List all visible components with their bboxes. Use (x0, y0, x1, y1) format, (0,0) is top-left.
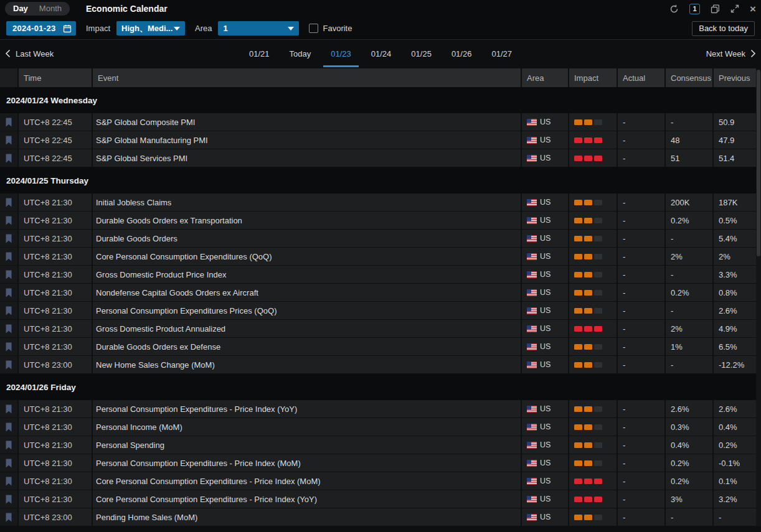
bookmark-icon[interactable] (5, 198, 12, 207)
scrollbar-thumb[interactable] (757, 70, 760, 256)
bookmark-icon[interactable] (5, 154, 12, 163)
bookmark-icon[interactable] (5, 342, 12, 352)
us-flag-icon (527, 217, 537, 224)
bookmark-cell[interactable] (0, 302, 17, 319)
date-picker-input[interactable]: 2024-01-23 (6, 21, 76, 35)
bookmark-icon[interactable] (5, 270, 12, 279)
bookmark-icon[interactable] (5, 477, 12, 486)
event-name[interactable]: Personal Spending (93, 436, 521, 454)
view-mode-switch: DayMonth (5, 2, 70, 16)
bookmark-icon[interactable] (5, 404, 12, 414)
bookmark-cell[interactable] (0, 194, 17, 211)
bookmark-icon[interactable] (5, 324, 12, 334)
title-bar: DayMonth Economic Calendar 1 × (0, 0, 761, 17)
bookmark-cell[interactable] (0, 248, 17, 265)
bookmark-cell[interactable] (0, 113, 17, 131)
event-name[interactable]: Pending Home Sales (MoM) (93, 508, 521, 526)
bookmark-cell[interactable] (0, 131, 17, 149)
event-name[interactable]: Durable Goods Orders ex Transportation (93, 212, 521, 229)
event-name[interactable]: Nondefense Capital Goods Orders ex Aircr… (93, 284, 521, 301)
bookmark-cell[interactable] (0, 400, 17, 418)
back-to-today-button[interactable]: Back to today (692, 21, 755, 36)
bookmark-cell[interactable] (0, 320, 17, 337)
impact-cell (569, 212, 617, 229)
table-row: UTC+8 21:30Core Personal Consumption Exp… (0, 472, 761, 490)
day-tab-01-26[interactable]: 01/26 (450, 40, 474, 67)
window-count-badge[interactable]: 1 (689, 4, 700, 14)
bookmark-cell[interactable] (0, 508, 17, 526)
bookmark-icon[interactable] (5, 216, 12, 225)
expand-icon[interactable] (730, 4, 739, 13)
close-icon[interactable]: × (750, 4, 756, 14)
table-row: UTC+8 21:30Personal Consumption Expendit… (0, 302, 761, 320)
day-tab-01-23[interactable]: 01/23 (329, 40, 353, 67)
next-week-button[interactable]: Next Week (663, 49, 756, 58)
event-name[interactable]: Core Personal Consumption Expenditures (… (93, 248, 521, 265)
tab-month[interactable]: Month (34, 2, 67, 16)
event-name[interactable]: Durable Goods Orders (93, 230, 521, 247)
event-area: US (522, 472, 568, 490)
bookmark-icon[interactable] (5, 459, 12, 468)
day-tab-01-25[interactable]: 01/25 (409, 40, 433, 67)
area-filter-select[interactable]: 1 (218, 21, 299, 35)
bookmark-cell[interactable] (0, 436, 17, 454)
bookmark-icon[interactable] (5, 422, 12, 432)
duplicate-window-icon[interactable] (711, 4, 720, 14)
bookmark-cell[interactable] (0, 356, 17, 373)
bookmark-icon[interactable] (5, 495, 12, 504)
bookmark-icon[interactable] (5, 513, 12, 522)
bookmark-icon[interactable] (5, 252, 12, 261)
event-name[interactable]: S&P Global Composite PMI (93, 113, 521, 131)
bookmark-icon[interactable] (5, 441, 12, 450)
refresh-icon[interactable] (669, 4, 679, 14)
event-name[interactable]: S&P Global Services PMI (93, 149, 521, 167)
vertical-scrollbar[interactable] (756, 70, 761, 526)
event-name[interactable]: Gross Domestic Product Price Index (93, 266, 521, 283)
event-name[interactable]: New Home Sales Change (MoM) (93, 356, 521, 373)
favorite-checkbox[interactable] (309, 24, 318, 33)
bookmark-cell[interactable] (0, 266, 17, 283)
bookmark-icon[interactable] (5, 288, 12, 297)
bookmark-icon[interactable] (5, 306, 12, 315)
bookmark-icon[interactable] (5, 136, 12, 145)
event-name[interactable]: Personal Consumption Expenditures - Pric… (93, 454, 521, 472)
event-name[interactable]: Personal Consumption Expenditures Prices… (93, 302, 521, 319)
bookmark-cell[interactable] (0, 472, 17, 490)
day-tab-today[interactable]: Today (288, 40, 313, 67)
table-row: UTC+8 23:00New Home Sales Change (MoM)US… (0, 356, 761, 374)
bookmark-cell[interactable] (0, 212, 17, 229)
event-name[interactable]: Initial Jobless Claims (93, 194, 521, 211)
bookmark-cell[interactable] (0, 284, 17, 301)
bookmark-cell[interactable] (0, 149, 17, 167)
bookmark-cell[interactable] (0, 454, 17, 472)
bookmark-icon[interactable] (5, 234, 12, 243)
bookmark-icon[interactable] (5, 360, 12, 370)
impact-bar (584, 290, 592, 296)
event-area: US (522, 338, 568, 355)
last-week-button[interactable]: Last Week (5, 49, 98, 58)
tab-day[interactable]: Day (7, 2, 34, 16)
event-name[interactable]: S&P Global Manufacturing PMI (93, 131, 521, 149)
impact-bar (594, 236, 602, 241)
impact-filter-select[interactable]: High、Medi... (116, 21, 185, 35)
bookmark-cell[interactable] (0, 418, 17, 436)
event-name[interactable]: Core Personal Consumption Expenditures -… (93, 472, 521, 490)
event-name[interactable]: Gross Domestic Product Annualized (93, 320, 521, 337)
day-tab-01-21[interactable]: 01/21 (247, 40, 272, 67)
day-tab-01-24[interactable]: 01/24 (369, 40, 394, 67)
favorite-filter[interactable]: Favorite (309, 24, 352, 33)
event-name[interactable]: Durable Goods Orders ex Defense (93, 338, 521, 355)
event-name[interactable]: Personal Income (MoM) (93, 418, 521, 436)
impact-bar (584, 344, 592, 350)
bookmark-cell[interactable] (0, 490, 17, 508)
consensus-value: 0.3% (666, 418, 712, 436)
bookmark-cell[interactable] (0, 230, 17, 247)
impact-bar (594, 442, 602, 448)
event-time: UTC+8 21:30 (19, 266, 92, 283)
bookmark-icon[interactable] (5, 118, 12, 127)
event-name[interactable]: Core Personal Consumption Expenditures -… (93, 490, 521, 508)
day-tab-01-27[interactable]: 01/27 (489, 40, 514, 67)
event-name[interactable]: Personal Consumption Expenditures - Pric… (93, 400, 521, 418)
impact-indicator-high (574, 138, 602, 143)
bookmark-cell[interactable] (0, 338, 17, 355)
